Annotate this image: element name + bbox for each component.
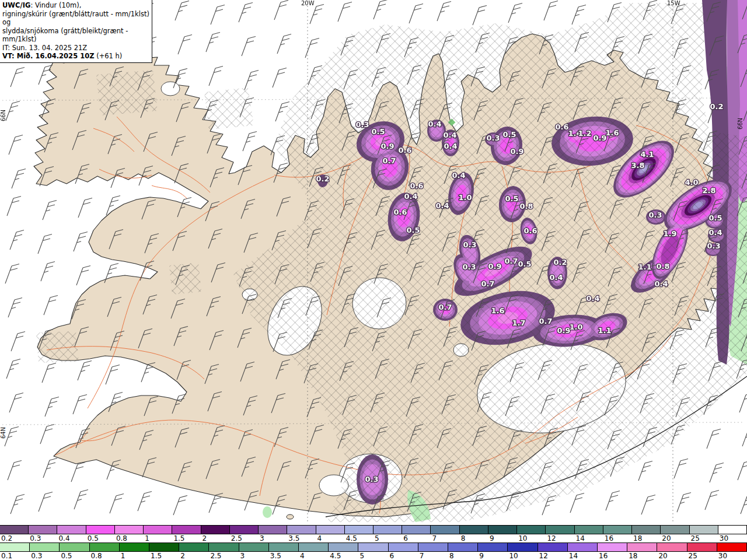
scale-segment bbox=[86, 526, 115, 534]
scale-tick-label: 18 bbox=[633, 534, 642, 542]
precip-value-label: 1.0 bbox=[458, 193, 472, 202]
precip-value-label: 0.5 bbox=[505, 194, 518, 203]
scale-tick-label: 0.2 bbox=[1, 534, 12, 542]
title-line-3: slydda/snjókoma (grátt/bleikt/grænt - mm… bbox=[2, 27, 149, 44]
precip-value-label: 0.3 bbox=[463, 240, 476, 249]
scale-segment bbox=[0, 526, 29, 534]
latitude-label: 66N bbox=[737, 118, 743, 130]
scale-tick-label: 1 bbox=[121, 552, 125, 560]
scale-tick-label: 4.5 bbox=[330, 552, 341, 560]
scale-segment bbox=[329, 543, 358, 551]
scale-tick-label: 0.5 bbox=[61, 552, 72, 560]
scale-tick-label: 14 bbox=[576, 534, 585, 542]
scale-segment bbox=[690, 526, 718, 534]
precip-value-label: 0.4 bbox=[404, 192, 417, 201]
scale-tick-label: 18 bbox=[629, 552, 637, 560]
scale-tick-label: 0.5 bbox=[88, 534, 99, 542]
scale-segment bbox=[30, 543, 60, 551]
scale-tick-label: 6 bbox=[403, 534, 408, 542]
scale-segment bbox=[478, 543, 508, 551]
precip-value-label: 0.4 bbox=[435, 201, 449, 210]
scale-tick-label: 2.5 bbox=[210, 552, 221, 560]
precip-value-label: 0.8 bbox=[519, 202, 533, 211]
scale-segment bbox=[90, 543, 120, 551]
scale-segment bbox=[402, 526, 431, 534]
precip-value-label: 0.9 bbox=[488, 262, 501, 271]
precip-value-label: 1.7 bbox=[512, 318, 525, 327]
scale-tick-label: 1 bbox=[145, 534, 149, 542]
scale-segment bbox=[0, 543, 30, 551]
scale-segment bbox=[717, 543, 747, 551]
scale-segment bbox=[627, 543, 657, 551]
scale-tick-label: 0.1 bbox=[1, 552, 12, 560]
scale-tick-label: 8 bbox=[461, 534, 466, 542]
scale-segment bbox=[460, 526, 488, 534]
scale-tick-label: 20 bbox=[662, 534, 671, 542]
precip-value-label: 0.2 bbox=[553, 258, 567, 267]
scale-segment bbox=[29, 526, 57, 534]
scale-tick-label: 2.5 bbox=[231, 534, 242, 542]
scale-tick-label: 12 bbox=[539, 552, 548, 560]
precip-value-label: 0.6 bbox=[398, 146, 411, 155]
precip-value-label: 0.9 bbox=[557, 326, 570, 335]
scale-tick-label: 8 bbox=[449, 552, 454, 560]
scale-segment bbox=[60, 543, 89, 551]
precip-value-label: 0.5 bbox=[406, 226, 420, 235]
precip-value-label: 0.7 bbox=[504, 257, 518, 265]
scale-segment bbox=[568, 543, 598, 551]
scale-segment bbox=[418, 543, 448, 551]
sleet-snow-scale-labels: 0.20.30.40.50.811.522.533.544.5567891012… bbox=[0, 534, 747, 542]
scale-tick-label: 9 bbox=[490, 534, 494, 542]
scale-tick-label: 3.5 bbox=[270, 552, 281, 560]
precip-value-label: 0.3 bbox=[486, 134, 500, 142]
scale-tick-label: 3.5 bbox=[288, 534, 299, 542]
scale-tick-label: 0.4 bbox=[58, 534, 69, 542]
precip-value-label: 0.2 bbox=[710, 102, 723, 111]
scale-segment bbox=[598, 543, 627, 551]
scale-tick-label: 6 bbox=[390, 552, 395, 560]
legend-scales: 0.20.30.40.50.811.522.533.544.5567891012… bbox=[0, 525, 747, 560]
precip-value-label: 1.9 bbox=[663, 229, 676, 238]
scale-tick-label: 0.3 bbox=[30, 534, 41, 542]
scale-segment bbox=[657, 543, 687, 551]
precip-value-label: 0.4 bbox=[708, 228, 722, 237]
rain-scale-labels: 0.10.30.50.811.522.533.544.5567891012141… bbox=[0, 552, 747, 560]
longitude-label: 20W bbox=[301, 0, 315, 6]
precip-value-label: 0.3 bbox=[462, 262, 476, 271]
precip-value-label: 1.6 bbox=[491, 306, 504, 315]
precip-value-label: 0.3 bbox=[648, 211, 662, 219]
precip-value-label: 0.7 bbox=[481, 279, 494, 288]
rain-scale-bar bbox=[0, 542, 747, 552]
precip-value-label: 2.8 bbox=[702, 186, 715, 195]
title-line-2: rigning/skúrir (grænt/blátt/rautt - mm/1… bbox=[2, 10, 149, 27]
precip-value-label: 0.7 bbox=[438, 303, 452, 312]
scale-segment bbox=[239, 543, 269, 551]
iceland-weather-map: 0.30.50.90.60.70.20.40.40.40.40.60.40.60… bbox=[0, 0, 747, 525]
scale-segment bbox=[172, 526, 201, 534]
sleet-snow-scale-bar bbox=[0, 525, 747, 534]
scale-tick-label: 10 bbox=[518, 534, 527, 542]
precip-value-label: 0.4 bbox=[444, 142, 457, 150]
scale-tick-label: 10 bbox=[509, 552, 518, 560]
precip-value-label: 0.3 bbox=[707, 242, 720, 250]
precip-value-label: 0.6 bbox=[555, 123, 568, 131]
scale-tick-label: 5 bbox=[375, 534, 379, 542]
precip-value-label: 0.4 bbox=[452, 171, 465, 180]
scale-tick-label: 16 bbox=[599, 552, 608, 560]
scale-tick-label: 30 bbox=[720, 534, 728, 542]
scale-tick-label: 9 bbox=[479, 552, 484, 560]
scale-segment bbox=[57, 526, 86, 534]
scale-segment bbox=[149, 543, 179, 551]
scale-tick-label: 30 bbox=[718, 552, 727, 560]
scale-tick-label: 1.5 bbox=[173, 534, 184, 542]
scale-segment bbox=[374, 526, 402, 534]
precip-value-label: 4.1 bbox=[640, 150, 654, 159]
scale-segment bbox=[120, 543, 149, 551]
vestmannaeyjar-island bbox=[287, 514, 294, 519]
precip-value-label: 0.6 bbox=[410, 181, 423, 190]
scale-tick-label: 5 bbox=[359, 552, 364, 560]
title-line-5: VT: Mið. 16.04.2025 10Z (+61 h) bbox=[2, 52, 149, 61]
scale-segment bbox=[575, 526, 603, 534]
scale-segment bbox=[269, 543, 299, 551]
scale-tick-label: 7 bbox=[432, 534, 437, 542]
